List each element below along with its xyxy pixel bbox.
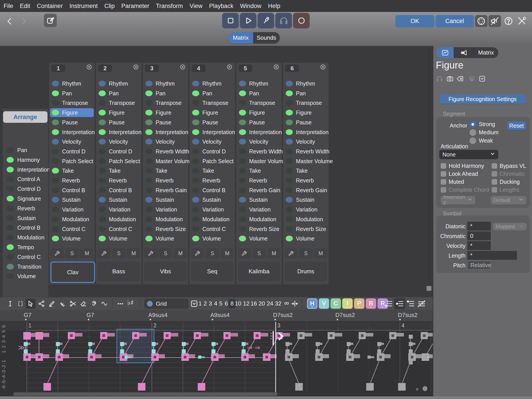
figure-note-top[interactable] xyxy=(164,332,171,339)
param-row-velocity[interactable]: Velocity xyxy=(143,137,188,146)
param-row-sustain[interactable]: Sustain xyxy=(96,195,141,205)
param-row-pause[interactable]: Pause xyxy=(283,118,329,127)
figure-recognition-settings-button[interactable]: Figure Recognition Settings xyxy=(439,95,526,104)
param-row-control-b[interactable]: Control B xyxy=(190,186,235,195)
figure-note-top[interactable] xyxy=(328,332,335,339)
close-track-button[interactable] xyxy=(226,64,233,71)
param-row-take[interactable]: Take xyxy=(49,166,95,176)
param-row-modulation[interactable]: Modulation xyxy=(190,215,235,224)
param-row-control-d[interactable]: Control D xyxy=(96,147,141,156)
solo-button[interactable]: S xyxy=(65,248,79,259)
length-input[interactable]: * xyxy=(467,251,517,260)
param-row-volume[interactable]: Volume xyxy=(49,234,95,243)
reset-button[interactable]: Reset xyxy=(507,121,526,130)
param-row-modulation[interactable]: Modulation xyxy=(236,215,282,224)
mute-button[interactable]: M xyxy=(267,248,281,259)
scissors-tool[interactable] xyxy=(69,300,77,308)
tab-matrix[interactable]: Matrix xyxy=(228,32,253,44)
squiggle-tool[interactable] xyxy=(59,300,66,308)
anchor-radio-weak[interactable]: Weak xyxy=(469,137,518,145)
param-row-control-d[interactable]: Control D xyxy=(190,147,235,156)
param-row-pan[interactable]: Pan xyxy=(190,89,235,98)
instrument-settings-button[interactable] xyxy=(284,248,298,259)
instrument-settings-button[interactable] xyxy=(97,248,111,259)
sidebar-item-interpretation[interactable]: Interpretation xyxy=(3,165,48,174)
param-row-figure[interactable]: Figure xyxy=(236,108,282,117)
matrix-scroll-corner[interactable] xyxy=(426,286,431,291)
solo-button[interactable]: S xyxy=(159,248,172,259)
param-row-reverb-size[interactable]: Reverb Size xyxy=(236,225,282,234)
param-row-variation[interactable]: Variation xyxy=(283,205,329,214)
note-dots-tool[interactable] xyxy=(117,300,124,308)
param-row-transpose[interactable]: Transpose xyxy=(190,98,235,108)
accidentals-tool[interactable]: ♭♯ xyxy=(127,298,134,307)
select-down-icon-button[interactable] xyxy=(478,75,486,83)
param-row-figure[interactable]: Figure xyxy=(96,108,141,117)
param-row-pan[interactable]: Pan xyxy=(96,89,141,98)
checkbox-lengths[interactable] xyxy=(492,187,497,193)
param-row-transpose[interactable]: Transpose xyxy=(236,98,282,108)
ornament-note[interactable] xyxy=(120,342,124,346)
layer-button-h[interactable]: H xyxy=(307,298,317,309)
sidebar-item-modulation[interactable]: Modulation xyxy=(3,233,48,242)
layer-button-c[interactable]: C xyxy=(330,298,341,309)
clear-icon-button[interactable] xyxy=(456,75,464,83)
inspector-tab-instrument[interactable] xyxy=(454,47,474,58)
figure-note-top[interactable] xyxy=(23,332,31,340)
velocity-input[interactable]: * xyxy=(467,241,491,250)
figure-note-low[interactable] xyxy=(44,383,51,391)
chromatic-input[interactable]: 0 xyxy=(467,231,491,240)
list-middle-button[interactable] xyxy=(395,299,404,309)
solo-button[interactable]: S xyxy=(112,248,126,259)
zoom-dot-small[interactable] xyxy=(416,388,418,391)
param-row-take[interactable]: Take xyxy=(283,166,329,176)
param-row-rhythm[interactable]: Rhythm xyxy=(190,79,235,89)
param-row-volume[interactable]: Volume xyxy=(190,234,235,243)
figure-note-top[interactable] xyxy=(194,332,201,339)
ornament-note[interactable] xyxy=(88,349,92,353)
menu-file[interactable]: File xyxy=(4,3,13,10)
figure-note-base[interactable] xyxy=(241,353,249,361)
param-row-modulation[interactable]: Modulation xyxy=(143,215,188,224)
param-row-reverb[interactable]: Reverb xyxy=(49,176,95,185)
grid-division-24[interactable]: 24 xyxy=(267,300,273,307)
param-row-pause[interactable]: Pause xyxy=(236,118,282,127)
param-row-control-c[interactable]: Control C xyxy=(49,225,95,234)
ornament-note[interactable] xyxy=(242,342,246,346)
layer-button-v[interactable]: V xyxy=(319,298,329,309)
ornament-note[interactable] xyxy=(285,342,290,346)
instrument-box-kalimba[interactable]: Kalimba xyxy=(238,262,280,281)
param-row-control-c[interactable]: Control C xyxy=(96,225,141,234)
param-row-reverb-gain[interactable]: Reverb Gain xyxy=(143,186,188,195)
param-row-take[interactable]: Take xyxy=(96,166,141,176)
mute-button[interactable]: M xyxy=(80,248,94,259)
ornament-note[interactable] xyxy=(316,342,320,346)
param-row-transpose[interactable]: Transpose xyxy=(96,98,141,108)
ornament-note[interactable] xyxy=(347,342,351,346)
figure-note-top[interactable] xyxy=(253,332,261,339)
param-row-reverb-gain[interactable]: Reverb Gain xyxy=(283,186,329,195)
sine-tool[interactable] xyxy=(101,300,108,308)
grid-division-5[interactable]: 5 xyxy=(219,300,222,307)
param-row-figure[interactable]: Figure xyxy=(283,108,329,117)
param-row-transpose[interactable]: Transpose xyxy=(49,98,95,108)
param-row-variation[interactable]: Variation xyxy=(236,205,282,214)
param-row-volume[interactable]: Volume xyxy=(143,234,188,243)
menu-instrument[interactable]: Instrument xyxy=(69,3,98,10)
cancel-button[interactable]: Cancel xyxy=(436,15,474,27)
help-button[interactable] xyxy=(502,15,515,27)
ornament-note[interactable] xyxy=(409,335,413,339)
param-row-variation[interactable]: Variation xyxy=(190,205,235,214)
sidebar-item-control-c[interactable]: Control C xyxy=(3,253,48,261)
param-row-figure[interactable]: Figure xyxy=(143,108,188,117)
solo-button[interactable]: S xyxy=(299,248,313,259)
mute-button[interactable]: M xyxy=(221,248,234,259)
param-row-master-volume[interactable]: Master Volume xyxy=(143,157,188,166)
param-row-sustain[interactable]: Sustain xyxy=(190,195,235,205)
param-row-master-volume[interactable]: Master Volume xyxy=(283,157,329,166)
ornament-note[interactable] xyxy=(182,349,186,353)
playhead-line[interactable] xyxy=(275,322,276,393)
param-row-velocity[interactable]: Velocity xyxy=(236,137,282,146)
center-tick-note[interactable] xyxy=(125,355,128,359)
instrument-settings-button[interactable] xyxy=(144,248,157,259)
